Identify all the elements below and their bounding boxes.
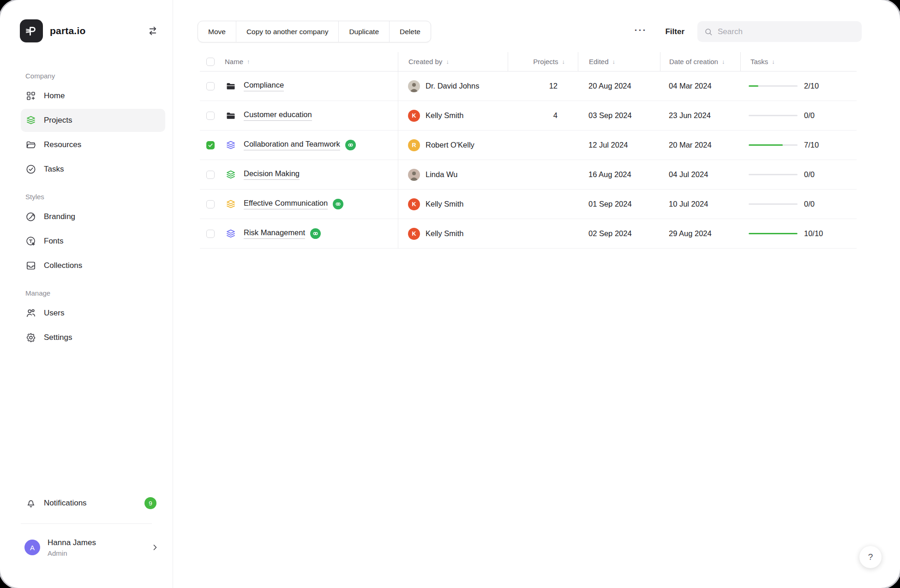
tasks-count-label: 10/10 (804, 229, 823, 238)
column-header-name[interactable]: Name↑ (200, 52, 398, 71)
creation-date-cell: 20 Mar 2024 (660, 141, 740, 149)
tasks-progress-bar (749, 115, 798, 116)
sort-desc-icon: ↓ (612, 58, 616, 65)
creation-date-cell: 29 Aug 2024 (660, 229, 740, 238)
creation-date-cell: 23 Jun 2024 (660, 111, 740, 120)
column-header-projects[interactable]: Projects↓ (508, 52, 578, 71)
tasks-cell: 0/0 (740, 200, 857, 208)
sidebar-item-notifications[interactable]: Notifications 9 (21, 492, 165, 515)
sidebar-nav: CompanyHomeProjectsResourcesTasksStylesB… (0, 60, 173, 350)
notifications-count-badge: 9 (144, 497, 156, 509)
name-cell: Compliance (200, 81, 398, 92)
sidebar-item-projects[interactable]: Projects (21, 109, 165, 132)
creation-date-cell: 04 Mar 2024 (660, 82, 740, 90)
layers-icon (225, 169, 236, 180)
name-cell: Risk Management (200, 228, 398, 239)
table-row: Collaboration and TeamworkRRobert O'Kell… (200, 131, 857, 160)
move-button[interactable]: Move (198, 21, 236, 42)
help-button[interactable]: ? (859, 546, 882, 568)
home-icon (25, 90, 36, 101)
layers-icon (225, 199, 236, 210)
edited-date-cell: 12 Jul 2024 (578, 141, 660, 149)
projects-table: Name↑Created by↓Projects↓Edited↓Date of … (200, 52, 857, 249)
sidebar-item-label: Branding (44, 212, 75, 221)
row-checkbox[interactable] (206, 112, 215, 120)
column-header-date-of-creation[interactable]: Date of creation↓ (660, 52, 740, 71)
screen: parta.io CompanyHomeProjectsResourcesTas… (0, 0, 900, 588)
creator-name: Linda Wu (426, 170, 457, 179)
notifications-label: Notifications (44, 499, 87, 508)
sort-desc-icon: ↓ (562, 58, 565, 65)
delete-button[interactable]: Delete (390, 21, 431, 42)
creator-name: Dr. David Johns (426, 82, 479, 90)
sidebar-item-label: Resources (44, 140, 81, 149)
sidebar-item-label: Tasks (44, 165, 64, 174)
sort-asc-icon: ↑ (247, 58, 250, 65)
more-options-icon[interactable]: ··· (634, 25, 647, 38)
created-by-cell: RRobert O'Kelly (398, 139, 508, 151)
row-checkbox[interactable] (206, 82, 215, 90)
tasks-progress-bar (749, 233, 798, 234)
sidebar-item-home[interactable]: Home (21, 84, 165, 107)
sort-desc-icon: ↓ (722, 58, 725, 65)
creator-name: Kelly Smith (426, 111, 464, 120)
user-profile[interactable]: A Hanna James Admin (24, 534, 160, 561)
projects-count-cell: 12 (508, 82, 578, 90)
tasks-cell: 2/10 (740, 82, 857, 90)
creator-name: Kelly Smith (426, 200, 464, 208)
project-name-link[interactable]: Compliance (244, 81, 284, 91)
sidebar-item-collections[interactable]: Collections (21, 254, 165, 277)
user-role: Admin (48, 549, 150, 557)
sidebar-item-tasks[interactable]: Tasks (21, 158, 165, 181)
created-by-cell: KKelly Smith (398, 110, 508, 122)
sort-desc-icon: ↓ (446, 58, 449, 65)
project-name-link[interactable]: Effective Communication (244, 199, 328, 209)
row-checkbox[interactable] (206, 230, 215, 238)
created-by-cell: KKelly Smith (398, 228, 508, 240)
duplicate-button[interactable]: Duplicate (339, 21, 390, 42)
sidebar-item-users[interactable]: Users (21, 302, 165, 325)
creator-avatar: R (408, 139, 420, 151)
sidebar-collapse-icon[interactable] (147, 25, 159, 37)
select-all-checkbox[interactable] (206, 58, 215, 66)
column-header-tasks[interactable]: Tasks↓ (740, 52, 857, 71)
topbar-right: ··· Filter (634, 21, 862, 42)
section-label-company: Company (25, 72, 165, 80)
sidebar-item-label: Users (44, 309, 64, 318)
search-icon (704, 27, 713, 36)
column-header-created-by[interactable]: Created by↓ (398, 52, 508, 71)
tasks-cell: 7/10 (740, 141, 857, 149)
copy-to-another-company-button[interactable]: Copy to another company (236, 21, 339, 42)
sidebar-item-branding[interactable]: Branding (21, 205, 165, 228)
users-icon (25, 308, 36, 319)
filter-button[interactable]: Filter (665, 27, 684, 36)
column-label: Projects (533, 58, 558, 65)
row-checkbox[interactable] (206, 141, 215, 149)
sidebar-item-resources[interactable]: Resources (21, 133, 165, 156)
table-header: Name↑Created by↓Projects↓Edited↓Date of … (200, 52, 857, 71)
project-name-link[interactable]: Decision Making (244, 169, 300, 180)
tasks-progress-bar (749, 203, 798, 205)
project-name-link[interactable]: Customer education (244, 110, 312, 121)
sidebar-item-settings[interactable]: Settings (21, 326, 165, 349)
project-name-link[interactable]: Risk Management (244, 228, 305, 239)
creator-avatar: K (408, 110, 420, 122)
search-input[interactable] (718, 27, 855, 36)
name-cell: Collaboration and Teamwork (200, 140, 398, 151)
search-box (697, 21, 862, 42)
row-checkbox[interactable] (206, 200, 215, 208)
section-label-manage: Manage (25, 289, 165, 297)
creator-name: Robert O'Kelly (426, 141, 474, 149)
tasks-count-label: 0/0 (804, 200, 815, 208)
layers-icon (25, 115, 36, 126)
column-divider (398, 71, 398, 249)
sidebar-item-fonts[interactable]: Fonts (21, 230, 165, 253)
column-header-edited[interactable]: Edited↓ (578, 52, 660, 71)
creator-avatar: K (408, 228, 420, 240)
user-meta: Hanna James Admin (48, 538, 150, 557)
tasks-progress-bar (749, 85, 798, 87)
project-name-link[interactable]: Collaboration and Teamwork (244, 140, 340, 150)
creator-avatar: K (408, 198, 420, 210)
row-checkbox[interactable] (206, 171, 215, 179)
column-label: Created by (408, 58, 442, 65)
